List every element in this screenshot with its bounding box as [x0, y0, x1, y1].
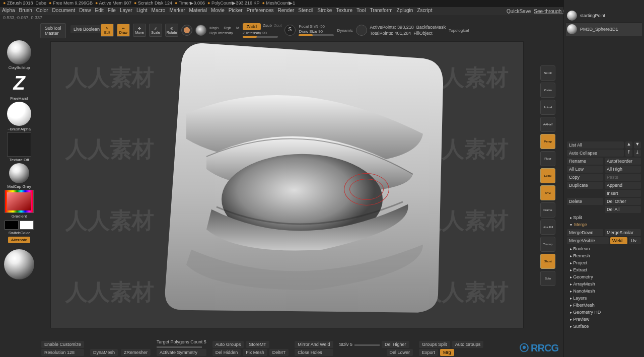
target-poly-slider[interactable]: Target Polygons Count 5: [157, 339, 206, 344]
split-expand[interactable]: Split: [567, 214, 641, 221]
draw-size-slider[interactable]: Draw Size 90: [299, 29, 334, 36]
dynamic-toggle[interactable]: Dynamic: [337, 28, 352, 33]
autoreorder-button[interactable]: AutoReorder: [605, 158, 641, 165]
remesh-expand[interactable]: Remesh: [567, 252, 641, 259]
gizmo-icon[interactable]: [181, 25, 192, 36]
allhigh-button[interactable]: All High: [605, 166, 641, 173]
subtool-item[interactable]: startingPoint: [566, 9, 642, 23]
geomhd-expand[interactable]: Geometry HD: [567, 309, 641, 316]
menu-draw[interactable]: Draw: [79, 8, 91, 15]
nanomesh-expand[interactable]: NanoMesh: [567, 288, 641, 295]
mirrorweld-button[interactable]: Mirror And Weld: [295, 341, 333, 348]
viewport[interactable]: 人人素材人人素材人人素材人人素材 人人素材人人素材人人素材人人素材 人人素材人人…: [50, 41, 524, 328]
movedown-icon[interactable]: ▼: [634, 141, 641, 149]
layers-expand[interactable]: Layers: [567, 295, 641, 302]
local-icon[interactable]: Local: [540, 168, 555, 183]
merge-expand[interactable]: Merge: [567, 221, 641, 228]
menu-alpha[interactable]: Alpha: [2, 8, 15, 15]
stroke-slot[interactable]: ZFreeHand: [4, 71, 34, 101]
z-intensity-slider[interactable]: Z Intensity 20: [243, 31, 282, 38]
move-mode-button[interactable]: ✥Move: [133, 24, 146, 37]
edit-mode-button[interactable]: ✎Edit: [101, 24, 114, 37]
ghost-icon[interactable]: Ghost: [540, 254, 555, 269]
switch-color[interactable]: SwitchColor Alternate: [4, 220, 34, 243]
zsub-button[interactable]: Zsub: [263, 23, 272, 30]
weld-button[interactable]: Weld: [610, 237, 627, 244]
mergevisible-button[interactable]: MergeVisible: [567, 237, 609, 244]
copy-button[interactable]: Copy: [567, 174, 603, 181]
delall-button[interactable]: Del All: [605, 206, 641, 213]
draw-mode-button[interactable]: ✏Draw: [117, 24, 130, 37]
dellower-button[interactable]: Del Lower: [387, 349, 413, 356]
delete-button[interactable]: Delete: [567, 198, 603, 205]
duplicate-button[interactable]: Duplicate: [567, 182, 603, 189]
preview-expand[interactable]: Preview: [567, 316, 641, 323]
sdiv-slider[interactable]: SDiv 5: [339, 342, 353, 347]
zcut-button[interactable]: Zcut: [274, 23, 282, 30]
menu-layer[interactable]: Layer: [120, 8, 132, 15]
live-boolean-button[interactable]: Live Boolean: [70, 25, 103, 33]
rename-button[interactable]: Rename: [567, 158, 603, 165]
moveup-icon[interactable]: ▲: [625, 141, 632, 149]
menu-document[interactable]: Document: [52, 8, 76, 15]
menu-edit[interactable]: Edit: [95, 8, 104, 15]
menu-color[interactable]: Color: [36, 8, 48, 15]
brush-slot[interactable]: ClayBuildup: [4, 40, 34, 70]
resolution-slider[interactable]: Resolution 128: [41, 349, 84, 356]
menu-light[interactable]: Light: [136, 8, 148, 15]
subtool-master-button[interactable]: SubTool Master: [40, 23, 66, 38]
closeholes-button[interactable]: Close Holes: [295, 349, 333, 356]
rotate-mode-button[interactable]: ⟲Rotate: [165, 24, 178, 37]
menu-zscript[interactable]: Zscript: [417, 8, 432, 15]
material-slot[interactable]: MatCap Gray: [4, 163, 34, 189]
alpha-slot[interactable]: ~BrushAlpha: [4, 102, 34, 131]
mrgb-button[interactable]: Mrgb: [209, 26, 219, 30]
mask-icon[interactable]: [356, 25, 367, 36]
alldown-icon[interactable]: ⤓: [634, 150, 641, 157]
m-button[interactable]: M: [236, 26, 240, 30]
zadd-button[interactable]: Zadd: [243, 23, 261, 30]
menu-movie[interactable]: Movie: [211, 8, 225, 15]
project-expand[interactable]: Project: [567, 259, 641, 266]
autocollapse-button[interactable]: Auto Collapse: [567, 150, 624, 157]
menu-stencil[interactable]: Stencil: [298, 8, 313, 15]
quicksave-button[interactable]: QuickSave: [507, 9, 531, 14]
menu-brush[interactable]: Brush: [19, 8, 32, 15]
mergesimilar-button[interactable]: MergeSimilar: [605, 229, 641, 236]
mrg-button[interactable]: Mrg: [440, 349, 454, 356]
persp-icon[interactable]: Persp: [540, 134, 555, 149]
sculptris-icon[interactable]: [195, 25, 206, 36]
menu-texture[interactable]: Texture: [336, 8, 352, 15]
extract-expand[interactable]: Extract: [567, 266, 641, 273]
activate-symmetry[interactable]: Activate Symmetry: [157, 349, 206, 356]
delmt-button[interactable]: DelMT: [269, 349, 289, 356]
menu-file[interactable]: File: [108, 8, 116, 15]
menu-macro[interactable]: Macro: [152, 8, 166, 15]
autogroups-button[interactable]: Auto Groups: [212, 341, 244, 348]
fixmesh-button[interactable]: Fix Mesh: [243, 349, 267, 356]
color-picker[interactable]: Gradient: [4, 190, 34, 219]
menu-material[interactable]: Material: [189, 8, 207, 15]
zoom-icon[interactable]: Zoom: [540, 83, 555, 98]
menu-render[interactable]: Render: [278, 8, 295, 15]
menu-transform[interactable]: Transform: [370, 8, 392, 15]
menu-zplugin[interactable]: Zplugin: [397, 8, 413, 15]
subtool-item[interactable]: PM3D_Sphere3D1: [566, 23, 642, 36]
surface-expand[interactable]: Surface: [567, 323, 641, 330]
menu-tool[interactable]: Tool: [356, 8, 366, 15]
allup-icon[interactable]: ⤒: [625, 150, 632, 157]
topological-button[interactable]: Topological: [449, 28, 469, 33]
xyz-icon[interactable]: XYZ: [540, 185, 555, 200]
scale-mode-button[interactable]: ⤢Scale: [149, 24, 162, 37]
alllow-button[interactable]: All Low: [567, 166, 603, 173]
menu-picker[interactable]: Picker: [229, 8, 243, 15]
dynamesh-button[interactable]: DynaMesh: [90, 349, 118, 356]
scroll-icon[interactable]: Scroll: [540, 65, 555, 81]
enable-customize[interactable]: Enable Customize: [41, 341, 84, 348]
paste-button[interactable]: Paste: [605, 174, 641, 181]
alternate-button[interactable]: Alternate: [8, 237, 30, 243]
geometry-expand[interactable]: Geometry: [567, 273, 641, 280]
delother-button[interactable]: Del Other: [605, 198, 641, 205]
linefill-icon[interactable]: Line Fill: [540, 220, 555, 235]
export-button[interactable]: Export: [419, 349, 438, 356]
